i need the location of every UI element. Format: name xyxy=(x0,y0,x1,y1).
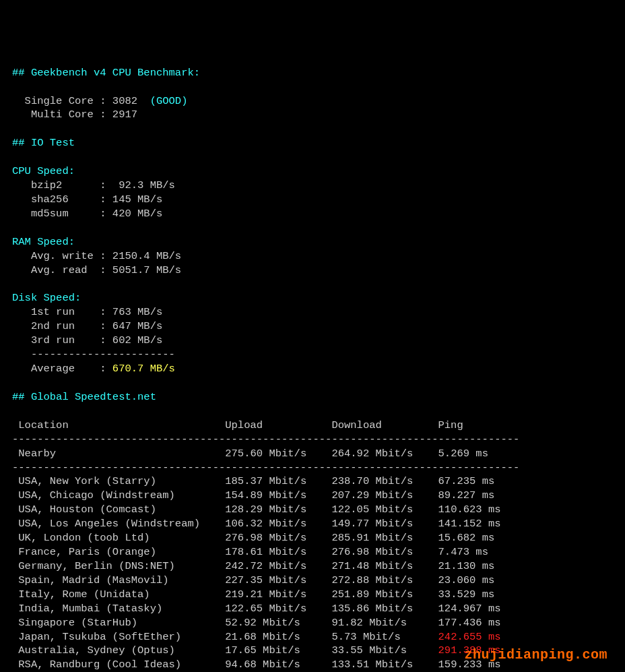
multi-core-value: 2917 xyxy=(112,109,137,121)
disk-avg-value: 670.7 MB/s xyxy=(112,363,175,375)
multi-core-label: Multi Core : xyxy=(12,109,112,121)
table-row: UK, London (toob Ltd) 276.98 Mbit/s 285.… xyxy=(12,532,494,544)
section-io-header: ## IO Test xyxy=(12,137,75,149)
table-header: Location Upload Download Ping xyxy=(12,419,463,431)
ram-speed-row: Avg. read : 5051.7 MB/s xyxy=(12,264,181,276)
single-core-value: 3082 xyxy=(112,95,137,107)
cpu-speed-row: md5sum : 420 MB/s xyxy=(12,208,162,220)
table-row: RSA, Randburg (Cool Ideas) 94.68 Mbit/s … xyxy=(12,659,501,671)
cpu-speed-row: sha256 : 145 MB/s xyxy=(12,193,162,206)
table-row: USA, Houston (Comcast) 128.29 Mbit/s 122… xyxy=(12,503,501,516)
table-row: USA, New York (Starry) 185.37 Mbit/s 238… xyxy=(12,475,494,487)
ram-speed-row: Avg. write : 2150.4 MB/s xyxy=(12,250,181,262)
disk-avg-label: Average : xyxy=(12,363,112,375)
table-row: Australia, Sydney (Optus) 17.65 Mbit/s 3… xyxy=(12,644,501,656)
divider-line: ----------------------------------------… xyxy=(12,433,519,446)
disk-speed-row: 1st run : 763 MB/s xyxy=(12,306,162,318)
disk-divider: ----------------------- xyxy=(12,348,175,361)
cpu-speed-row: bzip2 : 92.3 MB/s xyxy=(12,179,175,191)
table-row: Singapore (StarHub) 52.92 Mbit/s 91.82 M… xyxy=(12,617,501,629)
cpu-speed-header: CPU Speed: xyxy=(12,165,75,177)
single-core-note: (GOOD) xyxy=(137,95,187,107)
table-row: Germany, Berlin (DNS:NET) 242.72 Mbit/s … xyxy=(12,560,494,572)
disk-speed-row: 2nd run : 647 MB/s xyxy=(12,320,162,332)
table-row-nearby: Nearby 275.60 Mbit/s 264.92 Mbit/s 5.269… xyxy=(12,448,488,460)
section-speedtest-header: ## Global Speedtest.net xyxy=(12,391,156,403)
disk-speed-row: 3rd run : 602 MB/s xyxy=(12,334,162,346)
table-row: India, Mumbai (Tatasky) 122.65 Mbit/s 13… xyxy=(12,603,501,615)
disk-speed-header: Disk Speed: xyxy=(12,292,81,304)
single-core-label: Single Core : xyxy=(12,95,112,107)
table-row: USA, Chicago (Windstream) 154.89 Mbit/s … xyxy=(12,489,494,501)
table-row: France, Paris (Orange) 178.61 Mbit/s 276… xyxy=(12,546,488,558)
divider-line: ----------------------------------------… xyxy=(12,462,519,474)
table-row: USA, Los Angeles (Windstream) 106.32 Mbi… xyxy=(12,518,501,530)
table-row: Italy, Rome (Unidata) 219.21 Mbit/s 251.… xyxy=(12,588,494,601)
watermark: zhujidianping.com xyxy=(464,646,607,664)
section-geekbench-header: ## Geekbench v4 CPU Benchmark: xyxy=(12,67,200,79)
ram-speed-header: RAM Speed: xyxy=(12,236,75,248)
table-row: Japan, Tsukuba (SoftEther) 21.68 Mbit/s … xyxy=(12,631,501,643)
table-row: Spain, Madrid (MasMovil) 227.35 Mbit/s 2… xyxy=(12,574,494,586)
